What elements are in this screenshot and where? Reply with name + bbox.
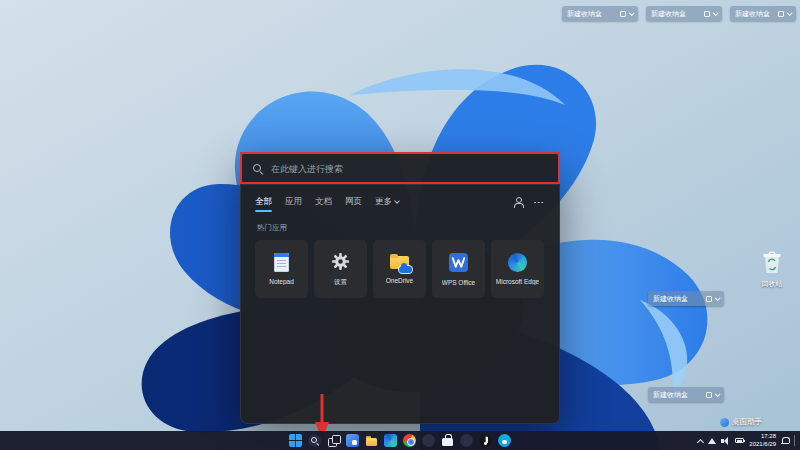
- network-icon[interactable]: [708, 438, 716, 444]
- organizer-collapse-icon[interactable]: [629, 10, 635, 16]
- account-icon[interactable]: [513, 197, 523, 207]
- app-tile-settings[interactable]: 设置: [314, 240, 367, 298]
- notifications-icon[interactable]: [781, 437, 789, 445]
- volume-icon[interactable]: [721, 437, 730, 445]
- organizer-box[interactable]: 新建收纳盒: [648, 291, 724, 306]
- widgets-icon[interactable]: [346, 434, 359, 447]
- organizer-box-title: 新建收纳盒: [735, 9, 775, 19]
- onedrive-folder-icon: [390, 254, 410, 271]
- show-desktop-button[interactable]: [794, 435, 797, 446]
- tab-more[interactable]: 更多: [375, 196, 399, 208]
- app-label: 设置: [334, 278, 347, 287]
- more-options-icon[interactable]: [534, 197, 545, 207]
- app-tile-edge[interactable]: Microsoft Edge: [491, 240, 544, 298]
- app-label: Microsoft Edge: [496, 278, 539, 285]
- top-apps-row: Notepad 设置 OneDrive: [241, 240, 559, 298]
- organizer-grid-icon[interactable]: [706, 392, 712, 398]
- task-view-icon[interactable]: [327, 434, 340, 447]
- settings-gear-icon: [331, 252, 351, 272]
- tiktok-icon[interactable]: [479, 434, 492, 447]
- app-tile-onedrive[interactable]: OneDrive: [373, 240, 426, 298]
- tab-web[interactable]: 网页: [345, 196, 362, 208]
- system-tray: 17:28 2021/6/29: [696, 431, 797, 450]
- search-input[interactable]: [271, 164, 547, 174]
- taskbar: 17:28 2021/6/29: [0, 431, 800, 450]
- organizer-grid-icon[interactable]: [620, 11, 626, 17]
- clock-time: 17:28: [749, 433, 776, 441]
- recycle-bin-label: 回收站: [752, 279, 792, 289]
- edge-taskbar-icon[interactable]: [384, 434, 397, 447]
- app-tile-notepad[interactable]: Notepad: [255, 240, 308, 298]
- file-explorer-icon[interactable]: [365, 434, 378, 447]
- organizer-collapse-icon[interactable]: [787, 10, 793, 16]
- search-icon: [253, 164, 263, 174]
- tab-documents[interactable]: 文档: [315, 196, 332, 208]
- clock-date: 2021/6/29: [749, 441, 776, 449]
- tray-expand-icon[interactable]: [696, 437, 703, 444]
- chevron-down-icon: [394, 198, 400, 204]
- chrome-icon[interactable]: [403, 434, 416, 447]
- notepad-icon: [274, 253, 289, 272]
- organizer-box-title: 新建收纳盒: [567, 9, 617, 19]
- taskbar-clock[interactable]: 17:28 2021/6/29: [749, 433, 776, 449]
- battery-icon[interactable]: [735, 438, 744, 443]
- organizer-grid-icon[interactable]: [778, 11, 784, 17]
- taskbar-center: [289, 431, 511, 450]
- recycle-bin-icon: [761, 250, 783, 274]
- organizer-box[interactable]: 新建收纳盒: [646, 6, 722, 21]
- organizer-box[interactable]: 新建收纳盒: [562, 6, 638, 21]
- organizer-grid-icon[interactable]: [706, 296, 712, 302]
- organizer-box-title: 新建收纳盒: [651, 9, 701, 19]
- app-label: Notepad: [269, 278, 294, 285]
- app-tile-wps-office[interactable]: WPS Office: [432, 240, 485, 298]
- search-box[interactable]: [241, 153, 559, 185]
- organizer-collapse-icon[interactable]: [713, 10, 719, 16]
- organizer-grid-icon[interactable]: [704, 11, 710, 17]
- organizer-box-title: 新建收纳盒: [653, 294, 703, 304]
- tab-more-label: 更多: [375, 196, 392, 208]
- recycle-bin[interactable]: 回收站: [752, 250, 792, 289]
- app-icon[interactable]: [460, 434, 473, 447]
- desktop-assistant-label: 桌面助手: [732, 417, 762, 427]
- organizer-collapse-icon[interactable]: [715, 295, 721, 301]
- wps-icon: [449, 253, 469, 273]
- app-icon[interactable]: [422, 434, 435, 447]
- microsoft-store-icon[interactable]: [441, 434, 454, 447]
- search-tabs: 全部 应用 文档 网页 更多: [241, 185, 559, 213]
- edge-icon: [508, 253, 527, 272]
- search-panel: 全部 应用 文档 网页 更多 热门应用 Notepad: [240, 152, 560, 424]
- qq-icon[interactable]: [498, 434, 511, 447]
- app-label: WPS Office: [442, 279, 475, 286]
- desktop-assistant-icon: [720, 418, 729, 427]
- organizer-box[interactable]: 新建收纳盒: [648, 387, 724, 402]
- taskbar-search-icon[interactable]: [308, 434, 321, 447]
- organizer-box-title: 新建收纳盒: [653, 390, 703, 400]
- start-button[interactable]: [289, 434, 302, 447]
- organizer-box[interactable]: 新建收纳盒: [730, 6, 796, 21]
- desktop-assistant[interactable]: 桌面助手: [720, 417, 762, 427]
- tab-all[interactable]: 全部: [255, 196, 272, 208]
- organizer-collapse-icon[interactable]: [715, 391, 721, 397]
- app-label: OneDrive: [386, 277, 413, 284]
- top-apps-heading: 热门应用: [241, 213, 559, 240]
- tab-apps[interactable]: 应用: [285, 196, 302, 208]
- onedrive-cloud-icon: [399, 266, 412, 273]
